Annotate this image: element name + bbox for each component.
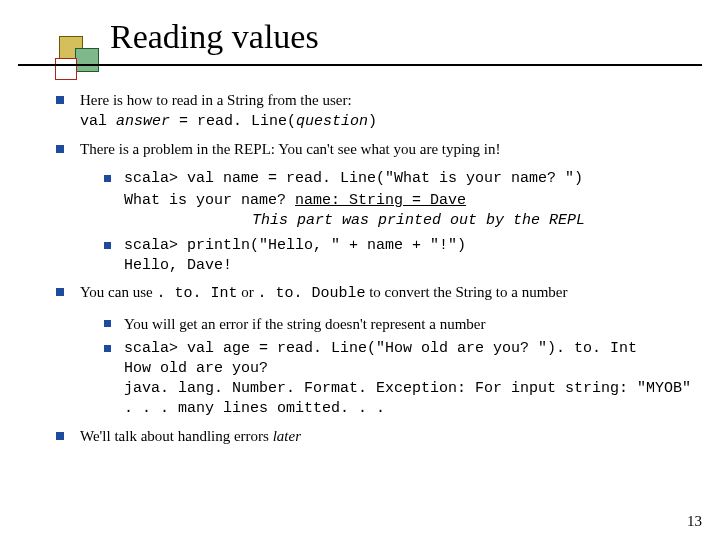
bullet-1-code: val answer = read. Line(question)	[80, 113, 377, 130]
bullet-3-sub-2: scala> val age = read. Line("How old are…	[104, 339, 702, 420]
repl-line-3: scala> println("Hello, " + name + "!")	[124, 236, 702, 256]
code-var-answer: answer	[116, 113, 170, 130]
bullet-1-text: Here is how to read in a String from the…	[80, 92, 352, 108]
b4-pre: We'll talk about handling errors	[80, 428, 273, 444]
bullet-3-text: You can use . to. Int or . to. Double to…	[80, 284, 568, 300]
bullet-3: You can use . to. Int or . to. Double to…	[56, 282, 702, 420]
bullet-3-sub-1: You will get an error if the string does…	[104, 314, 702, 334]
repl-line-4: Hello, Dave!	[124, 256, 702, 276]
b3-s1-text: You will get an error if the string does…	[124, 316, 486, 332]
bullet-4: We'll talk about handling errors later	[56, 426, 702, 446]
bullet-2: There is a problem in the REPL: You can'…	[56, 139, 702, 277]
code-mid: = read. Line(	[170, 113, 296, 130]
repl-age-2: How old are you?	[124, 359, 702, 379]
slide-title: Reading values	[110, 18, 720, 56]
title-underline	[18, 64, 702, 66]
repl-line-1: scala> val name = read. Line("What is yo…	[124, 169, 702, 189]
decor-squares	[55, 36, 100, 80]
code-post: )	[368, 113, 377, 130]
b3-post: to convert the String to a number	[365, 284, 567, 300]
b3-code-2: . to. Double	[257, 285, 365, 302]
code-var-question: question	[296, 113, 368, 130]
bullet-2-text: There is a problem in the REPL: You can'…	[80, 141, 501, 157]
code-kw-val: val	[80, 113, 116, 130]
repl-echo-text: name: String = Dave	[295, 192, 466, 209]
bullet-2-sub-2: scala> println("Hello, " + name + "!") H…	[104, 236, 702, 277]
repl-age-4: . . . many lines omitted. . .	[124, 399, 702, 419]
b4-em: later	[273, 428, 301, 444]
bullet-2-sub-1: scala> val name = read. Line("What is yo…	[104, 169, 702, 232]
slide-body: Here is how to read in a String from the…	[0, 64, 720, 446]
slide-header: Reading values	[0, 0, 720, 64]
bullet-1: Here is how to read in a String from the…	[56, 90, 702, 133]
repl-age-1: scala> val age = read. Line("How old are…	[124, 339, 702, 359]
repl-line-2: What is your name? name: String = Dave	[124, 192, 466, 209]
b3-mid: or	[237, 284, 257, 300]
repl-note: This part was printed out by the REPL	[252, 211, 702, 231]
repl-prompt-text: What is your name?	[124, 192, 295, 209]
page-number: 13	[687, 513, 702, 530]
b3-code-1: . to. Int	[156, 285, 237, 302]
repl-age-3: java. lang. Number. Format. Exception: F…	[124, 379, 702, 399]
b3-pre: You can use	[80, 284, 156, 300]
